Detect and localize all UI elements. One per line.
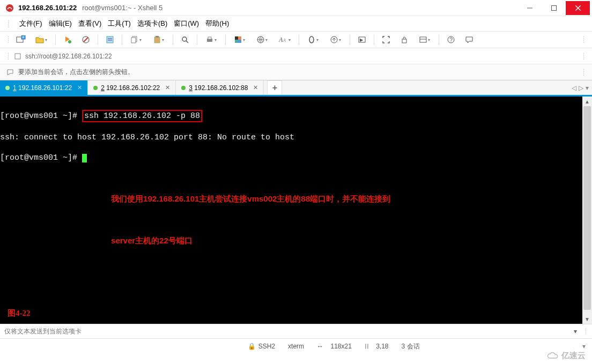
tab-strip: 1 192.168.26.101:22 ✕ 2 192.168.26.102:2… — [0, 80, 592, 96]
info-text: 要添加当前会话，点击左侧的箭头按钮。 — [18, 68, 134, 77]
status-protocol: 🔒SSH2 — [248, 343, 275, 350]
status-size: ↔ 118x21 — [317, 343, 352, 350]
encoding-button[interactable]: ▾ — [253, 33, 272, 47]
address-url[interactable]: ssh://root@192.168.26.101:22 — [25, 53, 578, 60]
tab-close-icon[interactable]: ✕ — [77, 84, 82, 91]
properties-button[interactable] — [102, 33, 117, 47]
compose-target-dropdown[interactable]: ▾ — [570, 326, 581, 337]
svg-rect-21 — [208, 37, 211, 39]
resize-icon: ↔ — [317, 343, 323, 350]
fullscreen-button[interactable] — [379, 33, 394, 47]
paste-button[interactable]: ▾ — [149, 33, 168, 47]
svg-text:A: A — [279, 36, 283, 43]
font-button[interactable]: AA▾ — [275, 33, 294, 47]
tab-next-icon[interactable]: ▷ — [579, 84, 583, 92]
svg-rect-11 — [107, 36, 113, 43]
cursor-pos-icon: ⁞⁞ — [365, 343, 369, 350]
find-button[interactable] — [177, 33, 193, 47]
scroll-down-icon[interactable]: ▼ — [582, 314, 592, 324]
tab-nav: ◁ ▷ ▾ — [572, 80, 589, 95]
tab-close-icon[interactable]: ✕ — [165, 84, 170, 91]
toolbar: ┊ + ▾ ▾ ▾ ▾ ▾ ▾ AA▾ ▾ ▾ ▶ ▾ ? ┊ — [0, 31, 592, 48]
title-host: 192.168.26.101:22 — [18, 4, 77, 12]
watermark: 亿速云 — [546, 351, 586, 361]
scroll-thumb[interactable] — [583, 106, 591, 310]
menu-tab[interactable]: 选项卡(B) — [137, 19, 167, 28]
help-button[interactable]: ? — [443, 33, 458, 47]
color-button[interactable]: ▾ — [230, 33, 249, 47]
tab-add-button[interactable]: + — [267, 80, 282, 95]
tab-3[interactable]: 3 192.168.26.102:88 ✕ — [176, 80, 264, 95]
svg-point-29 — [309, 36, 314, 43]
lock-button[interactable] — [397, 33, 412, 47]
menu-help[interactable]: 帮助(H) — [205, 19, 229, 28]
menu-view[interactable]: 查看(V) — [78, 19, 101, 28]
menu-window[interactable]: 窗口(W) — [174, 19, 199, 28]
menu-tool[interactable]: 工具(T) — [108, 19, 131, 28]
title-rest: root@vms001:~ - Xshell 5 — [82, 4, 162, 12]
reconnect-button[interactable] — [60, 33, 75, 47]
tunnel-button[interactable]: ▾ — [304, 33, 323, 47]
print-button[interactable]: ▾ — [202, 33, 221, 47]
status-term: xterm — [288, 343, 304, 350]
svg-rect-23 — [238, 36, 241, 40]
svg-rect-25 — [238, 40, 241, 43]
tab-1[interactable]: 1 192.168.26.101:22 ✕ — [0, 80, 88, 95]
title-bar: 192.168.26.101:22 root@vms001:~ - Xshell… — [0, 0, 592, 16]
status-pos: ⁞⁞ 3,18 — [365, 343, 389, 350]
terminal-cursor — [82, 154, 87, 162]
chevron-down-icon[interactable]: ▾ — [582, 343, 586, 350]
terminal[interactable]: [root@vms001 ~]# ssh 192.168.26.102 -p 8… — [0, 96, 582, 324]
svg-point-8 — [68, 40, 71, 43]
compose-input[interactable] — [4, 328, 570, 335]
svg-text:?: ? — [450, 37, 453, 43]
svg-rect-17 — [156, 36, 159, 38]
menu-edit[interactable]: 编辑(E) — [49, 19, 72, 28]
status-bar: 🔒SSH2 xterm ↔ 118x21 ⁞⁞ 3,18 3 会话 ▾ — [0, 339, 592, 354]
session-icon — [14, 53, 21, 60]
status-dot-icon — [5, 86, 10, 90]
terminal-scrollbar[interactable]: ▲ ▼ — [582, 96, 592, 324]
address-bar: ┊ ssh://root@192.168.26.101:22 ┊ — [0, 48, 592, 64]
tab-2[interactable]: 2 192.168.26.102:22 ✕ — [88, 80, 176, 95]
chat-button[interactable] — [462, 33, 477, 47]
svg-rect-15 — [131, 38, 136, 43]
svg-rect-16 — [154, 37, 160, 43]
svg-point-18 — [182, 37, 187, 41]
info-bar: 要添加当前会话，点击左侧的箭头按钮。 ┊ — [0, 64, 592, 80]
maximize-button[interactable] — [542, 1, 566, 15]
svg-rect-2 — [551, 5, 556, 10]
figure-label: 图4-22 — [8, 308, 31, 318]
terminal-area: [root@vms001 ~]# ssh 192.168.26.102 -p 8… — [0, 96, 592, 324]
annotation-line-1: 我们使用192.168.26.101主机尝试连接vms002主机的88端口时，并… — [111, 194, 390, 203]
status-sessions: 3 会话 — [402, 342, 420, 351]
session-mgr-button[interactable]: ▾ — [415, 33, 434, 47]
menu-file[interactable]: 文件(F) — [19, 19, 42, 28]
svg-text:A: A — [283, 38, 286, 43]
copy-button[interactable]: ▾ — [127, 33, 146, 47]
scroll-up-icon[interactable]: ▲ — [582, 96, 592, 106]
highlighted-command: ssh 192.168.26.102 -p 88 — [82, 110, 202, 122]
app-icon — [5, 4, 14, 12]
svg-point-0 — [6, 4, 13, 12]
svg-rect-38 — [15, 54, 20, 59]
cloud-icon — [546, 352, 559, 360]
arrow-add-icon[interactable] — [6, 69, 14, 76]
svg-rect-24 — [235, 40, 238, 43]
tab-list-icon[interactable]: ▾ — [586, 84, 589, 92]
transfer-button[interactable]: ▾ — [326, 33, 345, 47]
tab-prev-icon[interactable]: ◁ — [572, 84, 576, 92]
close-button[interactable] — [566, 1, 590, 15]
annotation-line-2: server主机的22号端口 — [111, 236, 193, 245]
status-dot-icon — [93, 86, 98, 90]
svg-text:+: + — [22, 35, 25, 40]
svg-rect-34 — [420, 37, 426, 42]
lock-icon: 🔒 — [248, 343, 256, 350]
new-session-button[interactable]: + — [13, 33, 28, 47]
open-session-button[interactable]: ▾ — [32, 33, 51, 47]
minimize-button[interactable] — [517, 1, 542, 15]
script-button[interactable]: ▶ — [354, 33, 369, 47]
svg-line-19 — [186, 41, 188, 43]
disconnect-button[interactable] — [78, 33, 93, 47]
tab-close-icon[interactable]: ✕ — [253, 84, 258, 91]
